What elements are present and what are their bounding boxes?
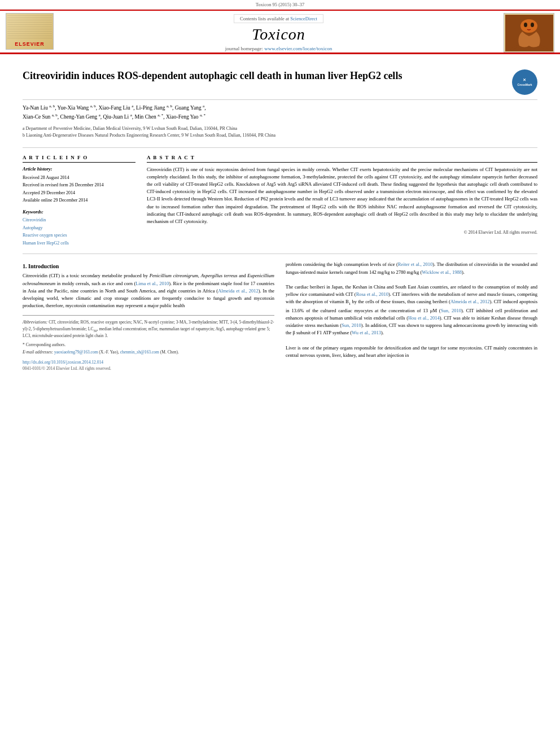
- crossmark-icon: ✕CrossMark: [518, 78, 532, 86]
- journal-name: Toxicon: [225, 25, 332, 43]
- red-divider: [0, 53, 560, 54]
- toxicon-logo-right: [504, 13, 554, 53]
- authors-line: Ya-Nan Liu a, b, Yue-Xia Wang a, b, Xiao…: [23, 100, 537, 124]
- article-info-abstract: A R T I C L E I N F O Article history: R…: [23, 155, 537, 247]
- intro-text-col2: problem considering the high consumption…: [286, 261, 537, 359]
- intro-heading: 1. Introduction: [23, 263, 274, 269]
- accepted-date: Accepted 29 December 2014: [23, 189, 135, 197]
- body-col-left: 1. Introduction Citreoviridin (CIT) is a…: [23, 261, 274, 371]
- homepage-link[interactable]: www.elsevier.com/locate/toxicon: [264, 46, 332, 51]
- keyword-link-2[interactable]: Autophagy: [23, 225, 43, 230]
- svg-point-3: [531, 23, 534, 27]
- content-available-text: Contents lists available at: [240, 16, 289, 21]
- keywords-list: Citreoviridin Autophagy Reactive oxygen …: [23, 216, 135, 247]
- keywords-label: Keywords:: [23, 209, 135, 215]
- body-col-right: problem considering the high consumption…: [286, 261, 537, 371]
- intro-text-col1: Citreoviridin (CIT) is a toxic secondary…: [23, 272, 274, 309]
- received-revised-date: Received in revised form 26 December 201…: [23, 181, 135, 189]
- keyword-link-4[interactable]: Human liver HepG2 cells: [23, 241, 69, 246]
- received-date: Received 28 August 2014: [23, 174, 135, 182]
- elsevier-logo: ELSEVIER: [6, 13, 54, 50]
- abbreviations-text: Abbreviations: CIT, citreoviridin; ROS, …: [23, 319, 274, 339]
- content-available-bar: Contents lists available at ScienceDirec…: [234, 14, 323, 23]
- affiliation-a: a Department of Preventive Medicine, Dal…: [23, 125, 537, 132]
- body-content: 1. Introduction Citreoviridin (CIT) is a…: [23, 261, 537, 371]
- journal-homepage: journal homepage: www.elsevier.com/locat…: [225, 46, 332, 51]
- journal-reference: Toxicon 95 (2015) 30–37: [0, 0, 560, 10]
- email-link-2[interactable]: chenmin_sh@163.com: [120, 350, 159, 355]
- divider-2: [23, 254, 537, 254]
- article-dates: Received 28 August 2014 Received in revi…: [23, 174, 135, 204]
- homepage-label: journal homepage:: [225, 46, 263, 51]
- article-info-heading: A R T I C L E I N F O: [23, 155, 135, 163]
- divider: [23, 147, 537, 148]
- abstract-column: A B S T R A C T Citreoviridin (CIT) is o…: [147, 155, 537, 247]
- ref-sun2[interactable]: Sun, 2010: [342, 322, 361, 328]
- email-addresses: E-mail addresses: yaoxiaofeng79@163.com …: [23, 349, 274, 355]
- ref-almeida2[interactable]: Almeida et al., 2012: [450, 299, 490, 304]
- affiliation-b: b Liaoning Anti-Degenerative Diseases Na…: [23, 132, 537, 139]
- ref-wicklow[interactable]: Wicklow et al., 1988: [422, 269, 462, 275]
- keyword-3: Reactive oxygen species: [23, 231, 135, 239]
- available-online-date: Available online 29 December 2014: [23, 196, 135, 204]
- keyword-4: Human liver HepG2 cells: [23, 239, 135, 247]
- svg-point-1: [520, 19, 537, 33]
- issn-line: 0041-0101/© 2014 Elsevier Ltd. All right…: [23, 366, 274, 371]
- elsevier-text: ELSEVIER: [15, 41, 45, 47]
- ref-rosa[interactable]: Rosa et al., 2010: [356, 291, 388, 297]
- article-info-column: A R T I C L E I N F O Article history: R…: [23, 155, 135, 247]
- keyword-2: Autophagy: [23, 224, 135, 232]
- ref-wu[interactable]: Wu et al., 2013: [352, 330, 381, 335]
- affiliations: a Department of Preventive Medicine, Dal…: [23, 124, 537, 141]
- ref-lima[interactable]: Lima et al., 2010: [135, 281, 169, 286]
- title-section: Citreoviridin induces ROS-dependent auto…: [23, 61, 537, 100]
- email-link-1[interactable]: yaoxiaofeng79@163.com: [54, 350, 98, 355]
- footnote-area: Abbreviations: CIT, citreoviridin; ROS, …: [23, 315, 274, 355]
- crossmark-badge[interactable]: ✕CrossMark: [512, 69, 537, 95]
- ref-hou[interactable]: Hou et al., 2014: [408, 315, 440, 321]
- article-title: Citreoviridin induces ROS-dependent auto…: [23, 69, 512, 82]
- ref-reiter[interactable]: Reiter et al., 2010: [398, 261, 432, 267]
- ref-sun[interactable]: Sun, 2010: [441, 308, 461, 313]
- keyword-link-1[interactable]: Citreoviridin: [23, 217, 46, 222]
- abstract-heading: A B S T R A C T: [147, 155, 537, 163]
- doi-link[interactable]: http://dx.doi.org/10.1016/j.toxicon.2014…: [23, 360, 103, 365]
- toxicon-snake-image: [505, 15, 553, 51]
- svg-point-2: [524, 23, 527, 27]
- keyword-link-3[interactable]: Reactive oxygen species: [23, 233, 67, 238]
- abstract-text: Citreoviridin (CIT) is one of toxic myco…: [147, 166, 537, 225]
- corresponding-authors-note: * Corresponding authors.: [23, 342, 274, 348]
- keywords-section: Keywords: Citreoviridin Autophagy Reacti…: [23, 209, 135, 247]
- sciencedirect-link[interactable]: ScienceDirect: [290, 16, 317, 21]
- doi-line[interactable]: http://dx.doi.org/10.1016/j.toxicon.2014…: [23, 360, 274, 365]
- keyword-1: Citreoviridin: [23, 216, 135, 224]
- ref-almeida[interactable]: Almeida et al., 2012: [218, 288, 259, 294]
- article-history-label: Article history:: [23, 166, 135, 172]
- copyright-line: © 2014 Elsevier Ltd. All rights reserved…: [147, 230, 537, 235]
- article-page: Citreoviridin induces ROS-dependent auto…: [0, 55, 560, 377]
